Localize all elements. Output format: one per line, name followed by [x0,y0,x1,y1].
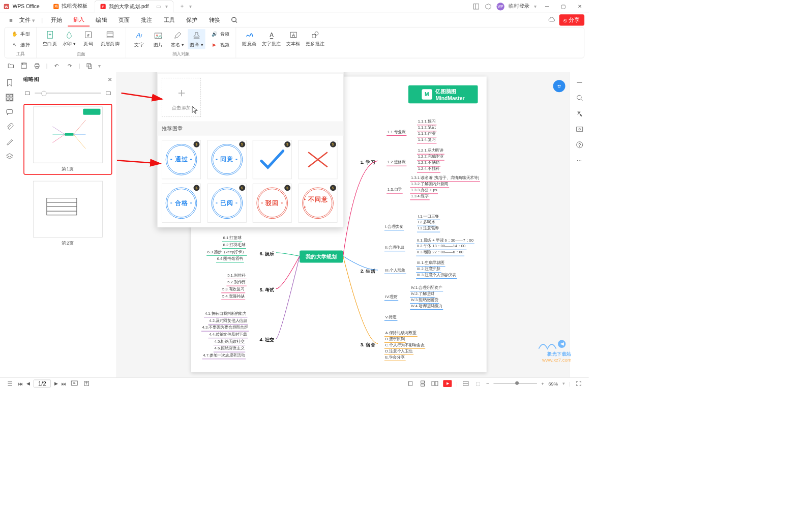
copy-icon[interactable] [85,62,93,69]
freehand-button[interactable]: 随意画 [241,29,258,48]
blank-page-button[interactable]: +空白页 [41,29,58,48]
tab-document[interactable]: P 我的大学规划.pdf ▭ ▾ [94,1,173,13]
more-icon[interactable]: ⋯ [576,157,583,164]
stamp-reject[interactable]: $驳回 [253,184,292,223]
bookmark-icon[interactable] [5,78,14,87]
audio-button[interactable]: 🔊音频 [209,29,231,39]
stamp-button[interactable]: 图章 ▾ [188,29,205,49]
textnote-button[interactable]: A̲文字批注 [260,29,282,48]
zoom-out-icon[interactable]: − [486,381,489,386]
zoom-in-thumb-icon[interactable] [104,89,112,97]
menu-convert[interactable]: 转换 [203,14,225,26]
zoom-out-thumb-icon[interactable] [23,89,31,97]
sign-button[interactable]: 签名 ▾ [169,29,186,49]
comment-icon[interactable] [5,108,14,116]
stamp-read[interactable]: $已阅 [207,184,246,223]
watermark-button[interactable]: 水印 ▾ [61,29,78,48]
zoom-slider[interactable] [493,383,537,384]
right-rail: — 文A ? ⋯ [570,72,589,386]
menu-edit[interactable]: 编辑 [91,14,112,26]
prev-page-icon[interactable]: ◀ [26,380,30,386]
ai-badge[interactable] [553,80,566,92]
last-page-icon[interactable]: ⏭ [62,381,66,386]
toc-icon[interactable] [6,379,14,387]
menu-protect[interactable]: 保护 [181,14,203,26]
svg-rect-72 [435,381,438,386]
minus-icon[interactable]: — [576,78,583,86]
undo-icon[interactable]: ↶ [53,62,61,69]
hand-tool[interactable]: ✋手型 [9,29,32,39]
hamburger-icon[interactable]: ≡ [7,16,15,24]
panel-close-icon[interactable]: ✕ [108,76,112,82]
thumbnails-icon[interactable] [5,93,14,102]
cube-icon[interactable] [484,3,492,10]
highlighter-icon[interactable] [5,137,14,146]
page-plus-icon: + [45,30,54,40]
more-annot-button[interactable]: 更多批注 [304,29,326,48]
view-continuous-icon[interactable] [419,379,427,387]
fit-width-icon[interactable] [462,379,469,387]
view-single-icon[interactable] [407,379,414,387]
redo-icon[interactable]: ↷ [66,62,73,69]
thumbnail-page-2[interactable]: 第2页 [23,179,112,249]
video-button[interactable]: ▶视频 [209,40,231,49]
tab-templates[interactable]: 稻 找稻壳模板 [47,0,94,12]
first-page-icon[interactable]: ⏮ [18,381,23,386]
help-icon[interactable]: ? [576,141,583,149]
save-icon[interactable] [20,62,27,69]
minimize-button[interactable]: ─ [541,2,553,11]
menu-page[interactable]: 页面 [113,14,135,26]
thumb-zoom-slider[interactable] [35,93,101,94]
screenshot-icon[interactable] [576,125,583,133]
search-icon[interactable] [576,94,583,102]
image-icon [154,31,163,40]
tab-menu-icon[interactable]: ▾ [165,4,168,10]
select-tool[interactable]: ↖选择 [9,40,32,49]
svg-rect-26 [21,63,26,68]
menu-annotate[interactable]: 批注 [136,14,158,26]
fullscreen-icon[interactable] [575,379,582,387]
view-twopage-icon[interactable] [431,379,439,387]
stamp-cross[interactable]: $ [298,140,337,179]
login-label[interactable]: 临时登录 [509,3,529,10]
zoom-label[interactable]: 69% [548,381,558,386]
panel-title: 缩略图 [23,76,39,83]
page-input[interactable] [34,379,51,387]
present-icon[interactable] [71,379,78,387]
close-button[interactable]: ✕ [574,2,586,11]
reading-progress-button[interactable]: ▶ [443,380,452,387]
menu-tools[interactable]: 工具 [159,14,181,26]
export-icon[interactable] [82,379,90,387]
menu-file[interactable]: 文件▾ [16,14,39,25]
stamp-qualified[interactable]: $合格 [162,184,201,223]
cloud-icon[interactable] [548,16,555,24]
new-tab-button[interactable]: ＋ [177,1,188,12]
open-icon[interactable] [7,62,15,69]
text-button[interactable]: AI文字 [131,29,148,49]
print-icon[interactable] [33,62,41,69]
pageno-button[interactable]: #页码 [79,29,97,48]
next-page-icon[interactable]: ▶ [54,380,58,386]
menu-insert[interactable]: 插入 [68,14,90,27]
zoom-in-icon[interactable]: + [541,381,544,386]
group-page: 页面 [41,51,121,57]
fit-page-icon[interactable]: ⬚ [474,379,482,387]
image-button[interactable]: 图片 [150,29,167,49]
panel-icon[interactable] [472,3,480,10]
textbox-button[interactable]: A文本框 [284,29,302,48]
share-button[interactable]: ⎋分享 [559,14,585,25]
tab-menu-dropdown[interactable]: ▾ [189,3,192,9]
user-avatar[interactable]: WP [496,3,504,10]
translate-icon[interactable]: 文A [576,109,583,117]
search-icon[interactable] [230,16,238,24]
document-viewer[interactable]: M 亿图脑图MindMaster 我的大学规划 1. 学习 2. 生活 3. 宿… [117,72,570,386]
thumbnail-page-1[interactable]: 第1页 [23,104,112,174]
stamp-disagree[interactable]: $不同意 [298,184,337,223]
menu-start[interactable]: 开始 [45,14,67,26]
maximize-button[interactable]: ▢ [557,2,570,11]
tab-overflow-icon[interactable]: ▭ [155,3,162,10]
layers-icon[interactable] [5,152,14,161]
attachment-icon[interactable] [5,123,14,131]
hand-icon: ✋ [11,30,18,38]
headerfooter-button[interactable]: 页眉页脚 [99,29,121,48]
